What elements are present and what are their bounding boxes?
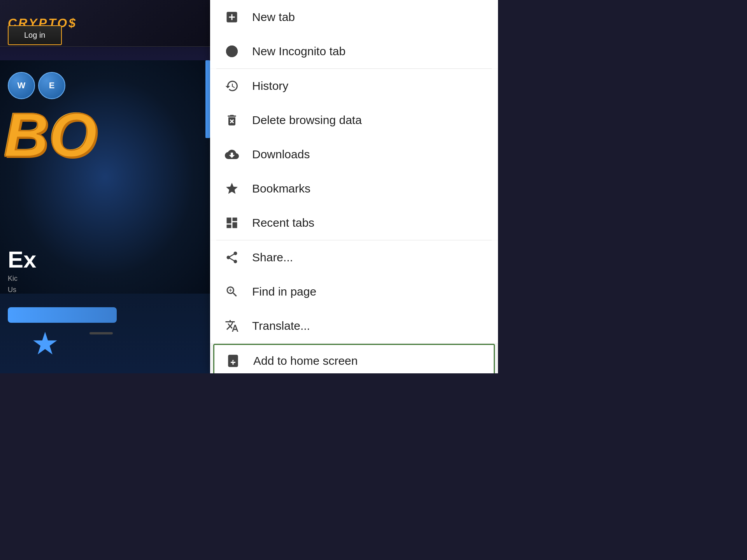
background-website: CRYPTO$ Log in W E BO Ex KicUs ★ [0, 0, 210, 373]
game-bo-text: BO [4, 99, 97, 171]
menu-item-bookmarks[interactable]: Bookmarks [210, 172, 498, 206]
cta-button [8, 307, 117, 323]
menu-item-find-in-page[interactable]: Find in page [210, 275, 498, 309]
menu-item-new-tab[interactable]: New tab [210, 0, 498, 34]
promo-text-area: Ex KicUs [8, 246, 36, 296]
scroll-indicator [89, 332, 113, 334]
login-button: Log in [8, 25, 62, 45]
bookmarks-icon [223, 179, 241, 198]
new-tab-label: New tab [252, 10, 486, 24]
history-label: History [252, 79, 486, 93]
add-to-home-label: Add to home screen [253, 354, 484, 368]
game-balls: W E [8, 72, 65, 99]
downloads-label: Downloads [252, 148, 486, 161]
recent-tabs-icon [223, 214, 241, 232]
share-label: Share... [252, 251, 486, 264]
delete-icon [223, 111, 241, 130]
menu-item-incognito[interactable]: New Incognito tab [210, 34, 498, 68]
menu-item-downloads[interactable]: Downloads [210, 137, 498, 172]
ball-e: E [38, 72, 65, 99]
promo-sub1: KicUs [8, 273, 36, 296]
star-icon: ★ [31, 326, 59, 362]
menu-item-delete-browsing[interactable]: Delete browsing data [210, 103, 498, 137]
menu-item-history[interactable]: History [210, 69, 498, 103]
promo-ex: Ex [8, 246, 36, 273]
menu-item-add-to-home[interactable]: Add to home screen [213, 344, 495, 373]
history-icon [223, 77, 241, 95]
menu-item-recent-tabs[interactable]: Recent tabs [210, 206, 498, 240]
delete-browsing-label: Delete browsing data [252, 114, 486, 127]
incognito-label: New Incognito tab [252, 45, 486, 58]
menu-item-share[interactable]: Share... [210, 240, 498, 275]
context-menu: New tab New Incognito tab History Delete… [210, 0, 498, 373]
new-tab-icon [223, 8, 241, 26]
find-in-page-label: Find in page [252, 285, 486, 298]
share-icon [223, 248, 241, 267]
translate-icon [223, 317, 241, 335]
menu-item-translate[interactable]: Translate... [210, 309, 498, 343]
find-icon [223, 282, 241, 301]
recent-tabs-label: Recent tabs [252, 216, 486, 229]
downloads-icon [223, 145, 241, 164]
translate-label: Translate... [252, 319, 486, 332]
ball-w: W [8, 72, 35, 99]
blue-scroll-bar [205, 60, 210, 138]
bookmarks-label: Bookmarks [252, 182, 486, 195]
incognito-icon [223, 42, 241, 61]
add-home-icon [224, 352, 242, 370]
